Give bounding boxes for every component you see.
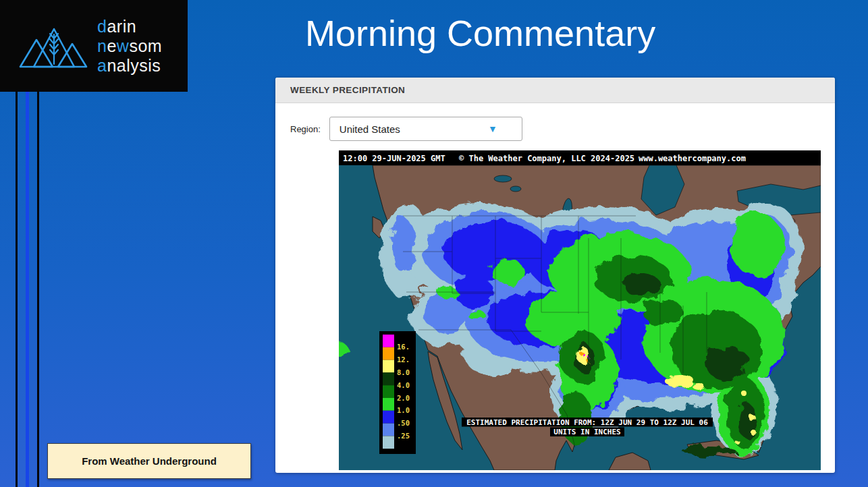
legend-label: 16.	[397, 343, 410, 351]
region-dropdown-value: United States	[340, 123, 488, 135]
legend-label: .25	[397, 432, 410, 440]
map-legend: 16. 12. 8.0 4.0 2.0 1.0 .50 .25	[379, 331, 416, 454]
region-row: Region: United States ▼	[290, 117, 522, 141]
legend-label: 12.	[397, 355, 410, 364]
map-timestamp: 12:00 29-JUN-2025 GMT	[343, 154, 445, 163]
chevron-down-icon: ▼	[488, 123, 497, 134]
mountain-wheat-logo-icon	[19, 20, 88, 72]
weekly-precipitation-card: WEEKLY PRECIPITATION Region: United Stat…	[275, 78, 835, 473]
source-note: From Weather Underground	[47, 443, 251, 479]
legend-label: 4.0	[397, 381, 410, 389]
logo-wordmark: darin newsom analysis	[97, 17, 162, 76]
logo-letter-d: d	[97, 17, 107, 36]
page-title: Morning Commentary	[305, 12, 778, 54]
vertical-divider-line-1	[16, 90, 18, 487]
precipitation-map-svg: 16. 12. 8.0 4.0 2.0 1.0 .50 .25 ESTIMATE…	[339, 150, 821, 470]
region-dropdown[interactable]: United States ▼	[329, 117, 522, 141]
legend-label: .50	[397, 419, 410, 427]
source-note-text: From Weather Underground	[82, 455, 217, 467]
vertical-divider-line-2	[37, 90, 39, 487]
legend-label: 1.0	[397, 406, 410, 414]
legend-label: 2.0	[397, 394, 410, 402]
vertical-divider-line-blue	[26, 90, 29, 487]
logo-letter-a: a	[97, 56, 107, 75]
map-header-bar: 12:00 29-JUN-2025 GMT © The Weather Comp…	[339, 150, 821, 165]
logo-letter-n: n	[97, 36, 107, 55]
precipitation-map: 16. 12. 8.0 4.0 2.0 1.0 .50 .25 ESTIMATE…	[339, 150, 821, 470]
region-label: Region:	[290, 124, 321, 134]
legend-label: 8.0	[397, 368, 410, 376]
caption-line2: UNITS IN INCHES	[553, 428, 620, 436]
dna-logo: darin newsom analysis	[0, 0, 188, 92]
card-header: WEEKLY PRECIPITATION	[275, 78, 835, 103]
map-website-url: www.weathercompany.com	[639, 154, 746, 163]
map-copyright: © The Weather Company, LLC 2024-2025	[459, 154, 634, 163]
logo-letter-w: w	[117, 36, 130, 55]
card-title: WEEKLY PRECIPITATION	[290, 85, 405, 95]
caption-line1: ESTIMATED PRECIPITATION FROM: 12Z JUN 29…	[466, 418, 708, 427]
